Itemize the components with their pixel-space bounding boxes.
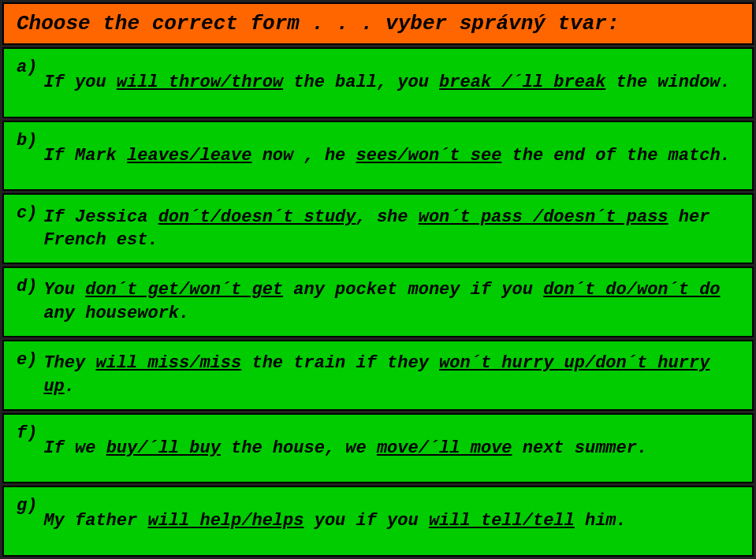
row-text-1: If Mark leaves/leave now , he sees/won´t…	[43, 146, 730, 166]
row-text-4: They will miss/miss the train if they wo…	[43, 353, 709, 397]
row-content-0: If you will throw/throw the ball, you br…	[43, 71, 739, 95]
row-label-1: b)	[17, 130, 37, 151]
row-content-3: You don´t get/won´t get any pocket money…	[43, 278, 739, 325]
row-content-2: If Jessica don´t/doesn´t study, she won´…	[43, 206, 739, 252]
row-text-3: You don´t get/won´t get any pocket money…	[43, 280, 720, 323]
row-text-2: If Jessica don´t/doesn´t study, she won´…	[43, 207, 709, 251]
row-content-5: If we buy/´ll buy the house, we move/´ll…	[43, 437, 739, 460]
row-content-1: If Mark leaves/leave now , he sees/won´t…	[43, 144, 739, 168]
row-b: b)If Mark leaves/leave now , he sees/won…	[2, 121, 754, 192]
row-g: g)My father will help/helps you if you w…	[2, 486, 754, 557]
row-label-2: c)	[17, 203, 37, 223]
header-title: Choose the correct form . . . vyber sprá…	[17, 12, 620, 35]
row-label-5: f)	[17, 423, 37, 443]
row-f: f)If we buy/´ll buy the house, we move/´…	[2, 413, 754, 484]
main-container: Choose the correct form . . . vyber sprá…	[0, 0, 756, 559]
row-label-6: g)	[17, 495, 37, 516]
row-c: c)If Jessica don´t/doesn´t study, she wo…	[2, 193, 754, 264]
row-label-4: e)	[17, 349, 37, 370]
row-e: e)They will miss/miss the train if they …	[2, 340, 754, 411]
row-label-3: d)	[17, 276, 37, 296]
row-d: d)You don´t get/won´t get any pocket mon…	[2, 266, 754, 337]
row-text-0: If you will throw/throw the ball, you br…	[43, 73, 730, 92]
row-label-0: a)	[17, 57, 37, 77]
row-text-6: My father will help/helps you if you wil…	[43, 511, 626, 531]
row-content-4: They will miss/miss the train if they wo…	[43, 352, 739, 398]
header-bar: Choose the correct form . . . vyber sprá…	[2, 2, 754, 45]
row-content-6: My father will help/helps you if you wil…	[43, 509, 739, 533]
row-text-5: If we buy/´ll buy the house, we move/´ll…	[43, 438, 647, 458]
row-a: a)If you will throw/throw the ball, you …	[2, 47, 754, 118]
